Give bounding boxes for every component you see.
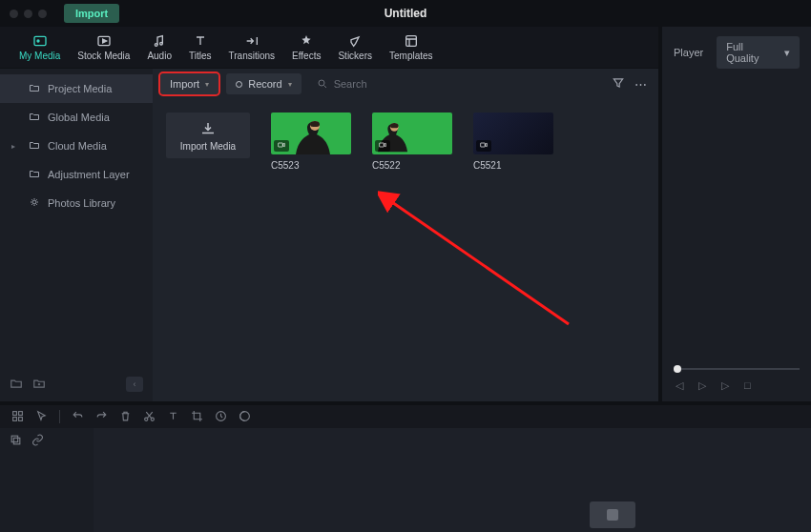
new-folder-icon[interactable] [10, 377, 23, 392]
prev-frame-icon[interactable]: ◁ [676, 379, 683, 392]
chevron-down-icon: ▾ [288, 80, 292, 89]
layers-icon[interactable] [10, 434, 22, 526]
video-badge-icon [274, 140, 289, 152]
svg-rect-17 [19, 417, 23, 420]
player-label: Player [674, 47, 703, 58]
sidebar-item-photos-library[interactable]: Photos Library [0, 189, 153, 217]
crop-icon[interactable] [191, 410, 203, 424]
next-frame-icon[interactable]: ▷ [721, 379, 729, 392]
clip-title: C5522 [372, 160, 452, 171]
tab-import[interactable]: Import [64, 4, 119, 23]
chevron-down-icon: ▾ [205, 80, 209, 89]
tab-audio-label: Audio [147, 51, 172, 61]
pointer-icon[interactable] [35, 410, 48, 424]
folder-icon [29, 111, 40, 124]
player-panel: Player Full Quality ▾ ◁ ▷ ▷ □ [658, 27, 811, 401]
tab-stickers[interactable]: Stickers [338, 33, 372, 61]
tab-effects[interactable]: Effects [292, 33, 321, 61]
chevron-down-icon: ▾ [784, 47, 790, 59]
svg-point-4 [156, 44, 158, 47]
media-toolbar: Import ▾ Record ▾ Search [153, 69, 658, 99]
record-button[interactable]: Record ▾ [226, 73, 301, 94]
tab-titles-label: Titles [189, 51, 212, 61]
sidebar-item-label: Cloud Media [48, 140, 107, 152]
record-dot-icon [236, 81, 242, 88]
redo-icon[interactable] [95, 410, 108, 424]
timeline-clip-fragment[interactable] [590, 501, 635, 528]
cut-icon[interactable] [143, 410, 156, 424]
close-window-icon[interactable] [10, 10, 18, 18]
media-clip[interactable]: C5523 [271, 113, 351, 171]
svg-point-5 [160, 42, 163, 45]
filter-icon[interactable] [612, 76, 625, 92]
sidebar-item-cloud-media[interactable]: ▸ Cloud Media [0, 132, 153, 160]
sidebar-item-adjustment-layer[interactable]: Adjustment Layer [0, 160, 153, 189]
grid-icon[interactable] [11, 410, 24, 424]
undo-icon[interactable] [72, 410, 84, 424]
folder-icon [29, 139, 40, 153]
sidebar-item-label: Project Media [48, 83, 112, 94]
svg-rect-16 [13, 417, 17, 420]
import-icon [199, 120, 217, 137]
scrubber-knob[interactable] [674, 365, 681, 373]
color-icon[interactable] [239, 410, 251, 424]
tab-stock-media[interactable]: Stock Media [77, 33, 130, 61]
minimize-window-icon[interactable] [24, 10, 32, 18]
svg-rect-14 [13, 411, 17, 415]
sidebar-item-global-media[interactable]: Global Media [0, 103, 153, 132]
svg-rect-6 [406, 36, 416, 47]
tab-templates[interactable]: Templates [389, 33, 433, 61]
delete-icon[interactable] [119, 410, 132, 424]
svg-rect-13 [481, 143, 486, 147]
search-input[interactable]: Search [309, 78, 604, 90]
svg-rect-15 [19, 411, 23, 415]
more-icon[interactable]: ⋯ [634, 77, 647, 92]
player-viewport [662, 78, 811, 362]
import-button-label: Import [170, 78, 199, 90]
clip-title: C5523 [271, 160, 351, 171]
link-icon[interactable] [31, 434, 44, 526]
text-icon[interactable] [167, 410, 179, 424]
tab-effects-label: Effects [292, 51, 321, 61]
media-clip[interactable]: C5522 [372, 113, 452, 171]
tab-stock-media-label: Stock Media [77, 51, 130, 61]
tab-transitions-label: Transitions [229, 51, 276, 61]
quality-label: Full Quality [726, 41, 777, 64]
maximize-window-icon[interactable] [38, 10, 47, 18]
quality-selector[interactable]: Full Quality ▾ [717, 36, 800, 69]
svg-point-7 [32, 200, 36, 204]
tab-my-media[interactable]: My Media [19, 33, 60, 61]
clip-title: C5521 [473, 160, 553, 171]
sidebar-item-project-media[interactable]: Project Media [0, 74, 153, 103]
media-clip[interactable]: C5521 [473, 113, 553, 171]
player-scrubber[interactable] [674, 368, 800, 370]
media-content: Import ▾ Record ▾ Search [153, 69, 658, 401]
timeline-toolbar [0, 401, 811, 428]
svg-point-8 [319, 80, 324, 86]
svg-point-1 [37, 40, 39, 42]
tab-stickers-label: Stickers [338, 51, 372, 61]
tab-audio[interactable]: Audio [147, 33, 172, 61]
folder-icon [29, 168, 40, 181]
svg-rect-10 [279, 143, 283, 147]
folder-icon [29, 82, 40, 95]
video-badge-icon [476, 140, 491, 152]
svg-rect-23 [13, 438, 19, 444]
tab-transitions[interactable]: Transitions [229, 33, 276, 61]
collapse-sidebar-icon[interactable]: ‹ [126, 377, 143, 392]
svg-rect-22 [11, 436, 18, 442]
sidebar-item-label: Photos Library [48, 197, 115, 209]
import-button[interactable]: Import ▾ [160, 73, 218, 94]
media-grid: Import Media C5523 [153, 99, 658, 401]
play-icon[interactable]: ▷ [698, 379, 706, 392]
search-placeholder: Search [334, 78, 367, 90]
timeline-tracks[interactable] [94, 428, 811, 532]
tab-titles[interactable]: Titles [189, 33, 212, 61]
sidebar-footer: ‹ [0, 373, 153, 396]
speed-icon[interactable] [215, 410, 227, 424]
stop-icon[interactable]: □ [744, 379, 751, 392]
import-media-card[interactable]: Import Media [166, 113, 250, 158]
folder-plus-icon[interactable] [32, 377, 46, 392]
module-tabs: My Media Stock Media Audio Titles Transi… [0, 27, 658, 69]
window-controls [10, 10, 47, 18]
